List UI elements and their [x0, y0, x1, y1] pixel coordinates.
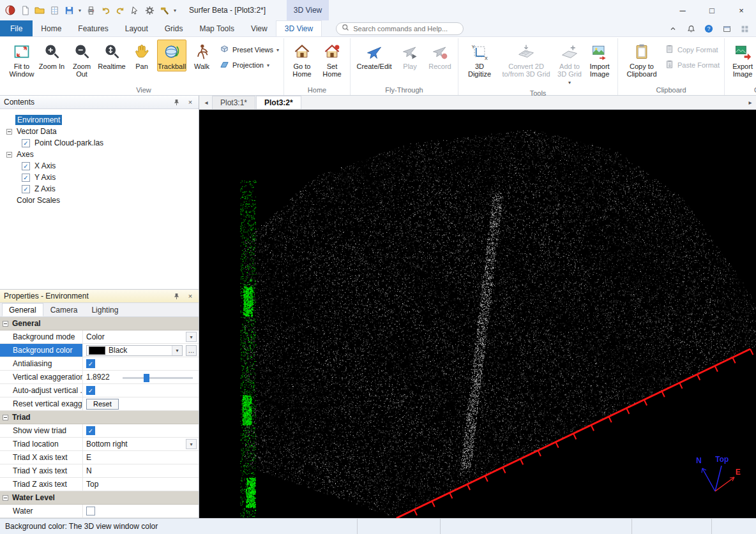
- property-label[interactable]: Triad X axis text: [0, 451, 83, 464]
- property-label[interactable]: Water: [0, 505, 83, 517]
- tree-item-z-axis[interactable]: ✓ Z Axis: [5, 183, 199, 195]
- visibility-checkbox[interactable]: ✓: [22, 185, 30, 193]
- digitize-3d-button[interactable]: YX 3D Digitize: [462, 40, 497, 79]
- pan-button[interactable]: Pan: [127, 40, 156, 71]
- fly-through-record-button[interactable]: Record: [425, 40, 455, 71]
- tools-hammer-icon[interactable]: [158, 4, 170, 17]
- tab-file[interactable]: File: [0, 20, 33, 36]
- background-color-dropdown[interactable]: Black ▾: [86, 345, 183, 356]
- tab-map-tools[interactable]: Map Tools: [191, 20, 242, 36]
- tools-menu-caret-icon[interactable]: ▾: [172, 8, 178, 13]
- collapse-ribbon-icon[interactable]: [668, 24, 678, 34]
- copy-format-button[interactable]: Copy Format: [665, 44, 720, 56]
- tab-features[interactable]: Features: [70, 20, 116, 36]
- section-water-level[interactable]: Water Level: [0, 491, 199, 505]
- tab-camera[interactable]: Camera: [43, 303, 85, 316]
- walk-button[interactable]: Walk: [187, 40, 216, 71]
- pin-icon[interactable]: [172, 98, 181, 107]
- zoom-out-button[interactable]: Zoom Out: [67, 40, 96, 79]
- undo-button[interactable]: [99, 4, 112, 17]
- trackball-button[interactable]: Trackball: [157, 40, 186, 71]
- triad-z-text-field[interactable]: Top: [83, 478, 199, 491]
- collapse-expander-icon[interactable]: [3, 495, 8, 501]
- new-document-button[interactable]: [19, 4, 31, 17]
- tab-3d-view[interactable]: 3D View: [276, 20, 322, 36]
- plot-tabs-scroll-right-icon[interactable]: ▸: [745, 96, 756, 109]
- triad-y-text-field[interactable]: N: [83, 464, 199, 477]
- tree-item-environment[interactable]: Environment: [5, 114, 199, 126]
- show-triad-checkbox[interactable]: ✓: [86, 426, 95, 435]
- set-home-button[interactable]: Set Home: [317, 40, 347, 79]
- more-options-button[interactable]: …: [186, 345, 197, 356]
- pin-icon[interactable]: [172, 292, 181, 300]
- help-icon[interactable]: ?: [704, 24, 714, 34]
- background-mode-dropdown[interactable]: Color ▾: [83, 330, 199, 343]
- tab-lighting[interactable]: Lighting: [84, 303, 125, 316]
- property-label[interactable]: Auto-adjust vertical ...: [0, 384, 83, 397]
- triad-location-dropdown[interactable]: Bottom right ▾: [83, 438, 199, 450]
- dropdown-arrow-icon[interactable]: ▾: [186, 332, 197, 342]
- new-worksheet-button[interactable]: [48, 4, 61, 17]
- fly-through-create-edit-button[interactable]: Create/Edit: [354, 40, 395, 71]
- zoom-in-button[interactable]: Zoom In: [37, 40, 66, 71]
- close-button[interactable]: ×: [727, 0, 756, 20]
- dropdown-arrow-icon[interactable]: ▾: [172, 346, 182, 355]
- panel-options-icon[interactable]: [722, 24, 732, 34]
- search-input[interactable]: [353, 25, 458, 33]
- tree-item-color-scales[interactable]: Color Scales: [5, 195, 199, 206]
- paste-format-button[interactable]: Paste Format: [665, 59, 720, 71]
- plot-tabs-scroll-left-icon[interactable]: ◂: [200, 96, 212, 109]
- close-panel-icon[interactable]: ×: [186, 98, 195, 107]
- convert-2d-3d-grid-button[interactable]: Convert 2D to/from 3D Grid: [498, 40, 554, 79]
- save-menu-caret-icon[interactable]: ▾: [77, 8, 82, 13]
- slider-handle[interactable]: [144, 374, 149, 382]
- plot-tab-1[interactable]: Plot3:1*: [212, 96, 255, 109]
- visibility-checkbox[interactable]: ✓: [22, 174, 30, 182]
- settings-gear-icon[interactable]: [143, 4, 156, 17]
- collapse-expander-icon[interactable]: [6, 129, 12, 135]
- preset-views-button[interactable]: Preset Views ▾: [220, 44, 279, 56]
- property-label[interactable]: Antialiasing: [0, 357, 83, 370]
- fly-through-play-button[interactable]: Play: [395, 40, 425, 71]
- open-button[interactable]: [33, 4, 46, 17]
- property-label[interactable]: Triad Z axis text: [0, 478, 83, 491]
- section-triad[interactable]: Triad: [0, 411, 199, 424]
- tab-home[interactable]: Home: [33, 20, 70, 36]
- property-label[interactable]: Triad location: [0, 438, 83, 450]
- tab-general[interactable]: General: [2, 303, 43, 316]
- copy-to-clipboard-button[interactable]: Copy to Clipboard: [621, 40, 662, 79]
- plot-tab-2[interactable]: Plot3:2*: [256, 96, 301, 109]
- tree-item-point-cloud[interactable]: ✓ Point Cloud-park.las: [5, 137, 199, 149]
- projection-button[interactable]: Projection ▾: [220, 59, 279, 71]
- tab-grids[interactable]: Grids: [156, 20, 192, 36]
- collapse-expander-icon[interactable]: [6, 152, 12, 158]
- property-label[interactable]: Vertical exaggeration: [0, 371, 83, 383]
- 3d-viewport[interactable]: N Top E: [199, 110, 756, 518]
- property-label[interactable]: Triad Y axis text: [0, 464, 83, 477]
- visibility-checkbox[interactable]: ✓: [22, 162, 30, 170]
- pointer-tool-button[interactable]: [128, 4, 141, 17]
- layout-options-icon[interactable]: [739, 24, 750, 34]
- export-image-button[interactable]: Export Image: [728, 40, 756, 79]
- realtime-zoom-button[interactable]: Realtime: [97, 40, 126, 71]
- vertical-exaggeration-value[interactable]: 1.8922: [86, 373, 110, 382]
- redo-button[interactable]: [114, 4, 126, 17]
- tree-item-axes[interactable]: Axes: [5, 149, 199, 160]
- app-logo-icon[interactable]: [4, 4, 17, 17]
- triad-x-text-field[interactable]: E: [83, 451, 199, 464]
- antialiasing-checkbox[interactable]: ✓: [86, 359, 95, 368]
- collapse-expander-icon[interactable]: [3, 415, 8, 420]
- vertical-exaggeration-slider[interactable]: [123, 377, 193, 379]
- save-button[interactable]: [63, 4, 75, 17]
- contextual-tab-3d-view[interactable]: 3D View: [287, 0, 329, 20]
- tree-item-y-axis[interactable]: ✓ Y Axis: [5, 172, 199, 183]
- close-panel-icon[interactable]: ×: [186, 292, 195, 300]
- tree-item-vector-data[interactable]: Vector Data: [5, 126, 199, 137]
- tree-item-x-axis[interactable]: ✓ X Axis: [5, 160, 199, 172]
- auto-adjust-checkbox[interactable]: ✓: [86, 386, 95, 395]
- command-search[interactable]: [336, 22, 464, 35]
- section-general[interactable]: General: [0, 317, 199, 330]
- property-label[interactable]: Reset vertical exagge...: [0, 397, 83, 410]
- reset-button[interactable]: Reset: [86, 399, 119, 410]
- water-checkbox[interactable]: [86, 507, 95, 515]
